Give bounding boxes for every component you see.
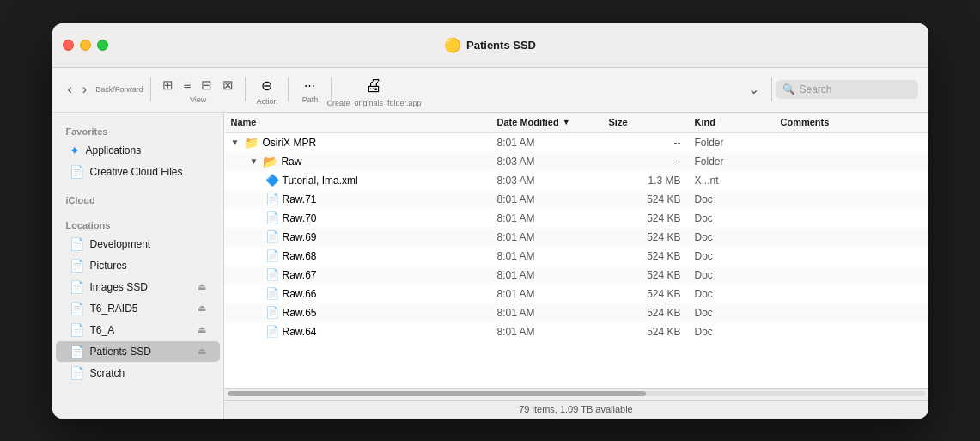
table-row[interactable]: 📄 Raw.70 8:01 AM 524 KB Doc — [224, 209, 928, 228]
sidebar-item-development[interactable]: 📄 Development — [56, 234, 220, 254]
folder-icon: 📁 — [244, 136, 259, 150]
column-view-button[interactable]: ⊟ — [198, 75, 215, 95]
date-cell: 8:01 AM — [497, 231, 609, 243]
date-cell: 8:01 AM — [497, 288, 609, 300]
file-name-cell: ▼ 📁 OsiriX MPR — [231, 136, 497, 150]
table-row[interactable]: 📄 Raw.67 8:01 AM 524 KB Doc — [224, 266, 928, 285]
size-cell: -- — [609, 156, 695, 168]
file-name-cell: 📄 Raw.66 — [231, 287, 497, 300]
icon-view-button[interactable]: ⊞ — [160, 75, 176, 95]
minimize-button[interactable] — [80, 40, 91, 51]
back-button[interactable]: ‹ — [63, 79, 77, 100]
eject-icon[interactable]: ⏏ — [198, 324, 206, 335]
date-cell: 8:03 AM — [497, 175, 609, 187]
date-header[interactable]: Date Modified ▼ — [497, 117, 609, 127]
content-area: Name Date Modified ▼ Size Kind Comments … — [224, 113, 928, 419]
eject-icon[interactable]: ⏏ — [198, 281, 206, 292]
size-cell: 1.3 MB — [609, 175, 695, 187]
kind-cell: Folder — [695, 137, 781, 149]
creative-cloud-icon: 📄 — [70, 165, 84, 179]
kind-cell: Folder — [695, 156, 781, 168]
path-icon: ⋯ — [304, 79, 315, 92]
file-name: Raw.67 — [283, 269, 317, 281]
action-icon: ⊖ — [261, 77, 272, 94]
table-row[interactable]: 📄 Raw.66 8:01 AM 524 KB Doc — [224, 285, 928, 303]
window-title-area: 🟡 Patients SSD — [444, 37, 536, 53]
size-header[interactable]: Size — [609, 117, 695, 127]
finder-window: 🟡 Patients SSD ‹ › Back/Forward ⊞ ≡ ⊟ ⊠ … — [52, 23, 928, 419]
window-title: Patients SSD — [466, 39, 536, 52]
size-cell: 524 KB — [609, 250, 695, 262]
development-icon: 📄 — [70, 237, 84, 251]
expand-triangle[interactable]: ▼ — [250, 156, 259, 166]
table-row[interactable]: 📄 Raw.64 8:01 AM 524 KB Doc — [224, 322, 928, 341]
search-icon: 🔍 — [782, 83, 795, 95]
action-button[interactable]: ⊖ — [254, 74, 279, 97]
file-name-cell: 📄 Raw.64 — [231, 325, 497, 338]
sidebar-item-scratch[interactable]: 📄 Scratch — [56, 363, 220, 383]
sidebar-item-creative-cloud[interactable]: 📄 Creative Cloud Files — [56, 162, 220, 182]
sidebar-item-pictures[interactable]: 📄 Pictures — [56, 255, 220, 276]
list-view-button[interactable]: ≡ — [181, 75, 194, 95]
kind-cell: Doc — [695, 326, 781, 338]
name-header[interactable]: Name — [231, 117, 497, 127]
search-input[interactable] — [800, 83, 911, 95]
forward-button[interactable]: › — [77, 79, 92, 100]
sidebar-item-t6a[interactable]: 📄 T6_A ⏏ — [56, 320, 220, 340]
locations-section-title: Locations — [52, 215, 223, 233]
file-name: Raw — [281, 156, 301, 168]
date-cell: 8:03 AM — [497, 156, 609, 168]
table-row[interactable]: 🔷 Tutorial, Ima.xml 8:03 AM 1.3 MB X...n… — [224, 171, 928, 190]
close-button[interactable] — [63, 40, 74, 51]
kind-cell: Doc — [695, 269, 781, 281]
sidebar-item-label: Pictures — [90, 260, 206, 272]
file-name: Raw.66 — [283, 288, 317, 300]
date-cell: 8:01 AM — [497, 137, 609, 149]
sidebar-item-t6raid5[interactable]: 📄 T6_RAID5 ⏏ — [56, 298, 220, 319]
kind-header[interactable]: Kind — [695, 117, 781, 127]
scratch-icon: 📄 — [70, 366, 84, 380]
sidebar-item-label: T6_RAID5 — [90, 303, 192, 315]
table-row[interactable]: 📄 Raw.65 8:01 AM 524 KB Doc — [224, 303, 928, 322]
view-icons: ⊞ ≡ ⊟ ⊠ — [160, 75, 237, 95]
eject-icon[interactable]: ⏏ — [198, 303, 206, 314]
status-text: 79 items, 1.09 TB available — [519, 404, 632, 414]
sidebar-item-applications[interactable]: ✦ Applications — [56, 140, 220, 161]
table-row[interactable]: 📄 Raw.69 8:01 AM 524 KB Doc — [224, 228, 928, 247]
scrollbar-thumb[interactable] — [228, 391, 646, 396]
doc-icon: 📄 — [265, 268, 279, 281]
date-cell: 8:01 AM — [497, 212, 609, 224]
toolbar-chevron-button[interactable]: ⌄ — [743, 79, 764, 100]
path-button[interactable]: ⋯ — [297, 76, 322, 95]
gallery-view-button[interactable]: ⊠ — [220, 75, 236, 95]
table-row[interactable]: ▼ 📁 OsiriX MPR 8:01 AM -- Folder — [224, 133, 928, 152]
size-cell: 524 KB — [609, 231, 695, 243]
expand-triangle[interactable]: ▼ — [231, 138, 240, 147]
divider3 — [288, 77, 289, 101]
file-name: Raw.64 — [283, 326, 317, 338]
create-button[interactable]: 🖨 — [358, 72, 389, 99]
search-box[interactable]: 🔍 — [776, 80, 918, 99]
table-row[interactable]: 📄 Raw.68 8:01 AM 524 KB Doc — [224, 247, 928, 266]
xml-file-icon: 🔷 — [265, 174, 279, 187]
maximize-button[interactable] — [97, 40, 108, 51]
nav-buttons: ‹ › — [63, 79, 93, 100]
t6a-icon: 📄 — [70, 323, 84, 337]
horizontal-scrollbar[interactable] — [224, 388, 928, 400]
sidebar-item-images-ssd[interactable]: 📄 Images SSD ⏏ — [56, 277, 220, 297]
eject-icon[interactable]: ⏏ — [198, 346, 206, 357]
file-name-cell: 📄 Raw.70 — [231, 211, 497, 224]
title-bar: 🟡 Patients SSD — [52, 23, 928, 68]
sidebar-item-patients-ssd[interactable]: 📄 Patients SSD ⏏ — [56, 341, 220, 362]
action-group: ⊖ Action — [249, 74, 284, 106]
status-bar: 79 items, 1.09 TB available — [224, 400, 928, 419]
doc-icon: 📄 — [265, 230, 279, 243]
file-name: Raw.70 — [283, 212, 317, 224]
view-label: View — [190, 95, 206, 104]
create-group: 🖨 Create_originals_folder.app — [335, 72, 412, 107]
size-cell: 524 KB — [609, 307, 695, 319]
table-row[interactable]: ▼ 📂 Raw 8:03 AM -- Folder — [224, 152, 928, 171]
table-row[interactable]: 📄 Raw.71 8:01 AM 524 KB Doc — [224, 190, 928, 209]
date-cell: 8:01 AM — [497, 250, 609, 262]
comments-header[interactable]: Comments — [781, 117, 922, 127]
